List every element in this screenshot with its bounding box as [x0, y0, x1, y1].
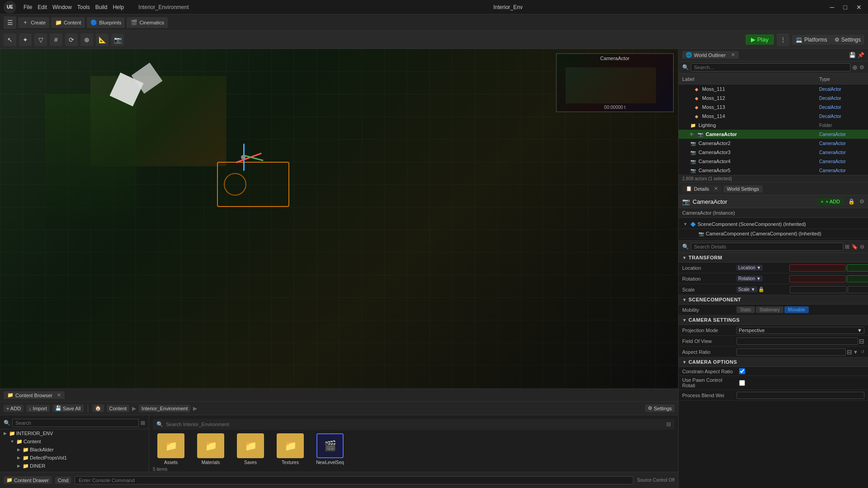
- wo-item-camera1[interactable]: 👁 📷 CameraActor CameraActor: [679, 130, 868, 139]
- pawn-checkbox[interactable]: [739, 380, 745, 386]
- dp-transform-section[interactable]: ▼ TRANSFORM: [679, 253, 868, 263]
- cb-tab[interactable]: 📁 Content Browser ✕: [4, 391, 65, 399]
- play-options-btn[interactable]: ⋮: [777, 33, 789, 46]
- dp-world-settings-tab[interactable]: World Settings: [723, 185, 763, 192]
- snap-tool-btn[interactable]: ▽: [34, 33, 47, 46]
- dp-scene-comp[interactable]: ▼ 🔷 SceneComponent (SceneComponent) (Inh…: [679, 220, 868, 229]
- wo-item-moss114[interactable]: ◆ Moss_114 DecalActor: [679, 112, 868, 121]
- content-btn[interactable]: 📁 Content: [51, 17, 85, 28]
- dp-camera-options-section[interactable]: ▼ CAMERA OPTIONS: [679, 357, 868, 367]
- settings-btn[interactable]: ⚙ Settings: [831, 35, 864, 45]
- cb-tree-options[interactable]: ⊞: [141, 420, 145, 426]
- scale-x[interactable]: 1.0: [790, 286, 847, 293]
- minimize-btn[interactable]: ─: [827, 3, 837, 12]
- cb-import-btn[interactable]: ↓ Import: [26, 405, 50, 412]
- loc-y[interactable]: 2779.598633: [847, 264, 868, 272]
- wo-item-camera3[interactable]: 📷 CameraActor3 CameraActor: [679, 148, 868, 157]
- close-btn[interactable]: ✕: [854, 3, 864, 12]
- file-materials[interactable]: 📁 Materials: [193, 433, 229, 465]
- grid-tool-btn[interactable]: #: [50, 33, 62, 46]
- cb-tree-content[interactable]: ▼ 📁 Content: [0, 437, 149, 446]
- wo-eye-icon[interactable]: 👁: [689, 132, 697, 137]
- static-btn[interactable]: Static: [736, 306, 755, 313]
- dp-bookmark-icon[interactable]: 🔖: [851, 244, 858, 250]
- cb-tree-defectprops[interactable]: ▶ 📁 DefectPropsVol1: [0, 454, 149, 462]
- cb-breadcrumb-interior[interactable]: Interior_Environment: [139, 405, 190, 412]
- cmd-btn[interactable]: Cmd: [55, 477, 71, 484]
- cb-breadcrumb-content[interactable]: Content: [107, 405, 130, 412]
- location-dropdown[interactable]: Location ▼: [736, 265, 788, 271]
- source-control-btn[interactable]: Source Control Off: [637, 478, 675, 483]
- wo-item-moss111[interactable]: ◆ Moss_111 DecalActor: [679, 84, 868, 94]
- rot-mode[interactable]: Rotation ▼: [736, 276, 763, 282]
- cinematics-btn[interactable]: 🎬 Cinematics: [127, 17, 167, 28]
- wo-settings-icon[interactable]: ⚙: [859, 64, 864, 70]
- file-textures[interactable]: 📁 Textures: [272, 433, 308, 465]
- aspect-input[interactable]: 2.1: [736, 348, 846, 356]
- menu-help[interactable]: Help: [113, 4, 124, 10]
- content-drawer-btn[interactable]: 📁 Content Drawer: [4, 476, 52, 484]
- dp-camera-comp[interactable]: 📷 CameraComponent (CameraComponent) (Inh…: [679, 229, 868, 239]
- scale-dropdown[interactable]: Scale ▼ 🔒: [736, 286, 789, 292]
- file-newlevelseq[interactable]: 🎬 NewLevelSeq: [312, 433, 348, 465]
- wo-search-input[interactable]: [691, 63, 850, 71]
- wo-tab-close[interactable]: ✕: [731, 52, 735, 58]
- stationary-btn[interactable]: Stationary: [756, 306, 783, 313]
- rotate-tool-btn[interactable]: ⟳: [65, 33, 78, 46]
- camera-tool-btn[interactable]: 📷: [111, 33, 124, 46]
- scale-tool-btn[interactable]: ⊕: [80, 33, 93, 46]
- fov-input[interactable]: 90.0 °: [736, 338, 858, 345]
- dp-details-tab[interactable]: 📋 Details ✕: [682, 185, 722, 192]
- move-tool-btn[interactable]: ✦: [19, 33, 32, 46]
- dp-tab-close[interactable]: ✕: [714, 186, 718, 192]
- viewport-content[interactable]: CameraActor 00:00000 t: [0, 49, 678, 389]
- platforms-btn[interactable]: 💻 Platforms: [792, 35, 831, 45]
- dp-settings-icon[interactable]: ⚙: [859, 198, 864, 205]
- wo-save-icon[interactable]: 💾: [849, 52, 856, 58]
- aspect-reset[interactable]: ↺: [861, 349, 864, 354]
- dp-scenecomp-section[interactable]: ▼ SCENECOMPONENT: [679, 295, 868, 305]
- wo-pin-icon[interactable]: 📌: [858, 52, 864, 58]
- scale-mode[interactable]: Scale ▼: [736, 286, 757, 292]
- wo-item-camera2[interactable]: 📷 CameraActor2 CameraActor: [679, 139, 868, 148]
- wo-item-camera4[interactable]: 📷 CameraActor4 CameraActor: [679, 157, 868, 166]
- file-saves[interactable]: 📁 Saves: [232, 433, 269, 465]
- loc-mode[interactable]: Location ▼: [736, 265, 763, 271]
- create-btn[interactable]: + Create: [18, 17, 49, 28]
- aspect-slider[interactable]: ⊟: [847, 348, 852, 356]
- dp-collapse-icon[interactable]: ⊖: [860, 244, 864, 250]
- measure-tool-btn[interactable]: 📐: [96, 33, 108, 46]
- rot-x[interactable]: 0.000131 °: [789, 275, 846, 282]
- cb-tab-close[interactable]: ✕: [57, 392, 61, 398]
- scale-y[interactable]: 1.0: [848, 286, 868, 293]
- cb-save-btn[interactable]: 💾 Save All: [52, 404, 84, 412]
- dp-filter-icon[interactable]: ⊞: [845, 244, 849, 250]
- projection-dropdown[interactable]: Perspective ▼: [736, 327, 864, 334]
- file-filter-icon[interactable]: ⊟: [666, 421, 671, 427]
- fov-slider[interactable]: ⊟: [859, 338, 864, 345]
- rot-dropdown[interactable]: Rotation ▼: [736, 276, 788, 282]
- loc-x[interactable]: -1641.963135: [789, 264, 846, 272]
- blend-input[interactable]: 1.0: [736, 392, 864, 399]
- wo-item-moss112[interactable]: ◆ Moss_112 DecalActor: [679, 94, 868, 103]
- aspect-dropdown-arrow[interactable]: ▼: [853, 349, 858, 355]
- menu-tools[interactable]: Tools: [77, 4, 90, 10]
- select-tool-btn[interactable]: ↖: [4, 33, 16, 46]
- constrain-checkbox[interactable]: [739, 368, 745, 374]
- menu-build[interactable]: Build: [95, 4, 108, 10]
- cb-tree-diner[interactable]: ▶ 📁 DINER: [0, 462, 149, 470]
- rot-y[interactable]: 5.887725 °: [847, 275, 868, 282]
- viewport[interactable]: Viewport 1 ✕ ☰ 🎥 Perspective 💡 Lit Show: [0, 49, 678, 389]
- cb-settings-btn[interactable]: ⚙ Settings: [645, 404, 675, 412]
- cb-file-search[interactable]: [165, 421, 665, 428]
- wo-item-lighting[interactable]: 📁 Lighting Folder: [679, 121, 868, 130]
- sidebar-toggle-btn[interactable]: ☰: [4, 16, 16, 29]
- restore-btn[interactable]: □: [841, 3, 850, 12]
- dp-camera-settings-section[interactable]: ▼ CAMERA SETTINGS: [679, 315, 868, 325]
- wo-tab[interactable]: 🌐 World Outliner ✕: [682, 51, 739, 59]
- console-input[interactable]: [75, 476, 633, 484]
- movable-btn[interactable]: Movable: [784, 306, 809, 313]
- lock-scale-icon[interactable]: 🔒: [758, 286, 764, 292]
- wo-item-camera5[interactable]: 📷 CameraActor5 CameraActor: [679, 166, 868, 175]
- dp-search-input[interactable]: [691, 243, 843, 251]
